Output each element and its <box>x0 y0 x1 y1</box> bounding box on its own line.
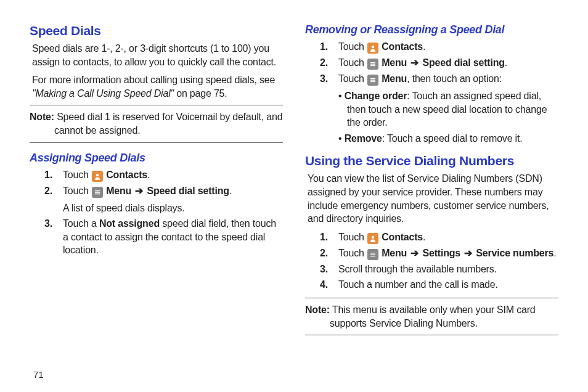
svg-rect-12 <box>370 253 375 253</box>
arrow-icon: ➔ <box>134 186 144 196</box>
text: . <box>423 41 425 52</box>
step-number: 2. <box>320 56 328 70</box>
text: . <box>229 186 232 196</box>
note-text: Note: This menu is available only when y… <box>305 303 558 330</box>
text: Touch <box>338 248 367 258</box>
svg-rect-6 <box>370 64 375 65</box>
text: Speed dial 1 is reserved for Voicemail b… <box>54 112 283 122</box>
contacts-label: Contacts <box>379 232 423 242</box>
step-number: 4. <box>320 278 328 292</box>
svg-rect-9 <box>370 80 375 81</box>
contacts-icon <box>92 171 103 182</box>
text: Touch <box>338 232 367 242</box>
step-number: 3. <box>320 72 328 86</box>
svg-rect-13 <box>370 254 375 255</box>
svg-rect-2 <box>95 192 100 192</box>
page-number: 71 <box>33 369 558 380</box>
arrow-icon: ➔ <box>409 248 420 258</box>
text: , then touch an option: <box>407 73 502 84</box>
note-label: Note: <box>30 112 54 122</box>
heading-removing: Removing or Reassigning a Speed Dial <box>305 23 558 36</box>
text: . <box>147 169 150 180</box>
menu-label: Menu <box>104 186 134 196</box>
menu-label: Menu <box>379 248 409 258</box>
menu-label: Menu <box>379 73 407 84</box>
step-number: 1. <box>44 168 52 182</box>
option-bullets: • Change order: Touch an assigned speed … <box>338 89 558 145</box>
menu-icon <box>92 187 103 198</box>
contacts-label: Contacts <box>379 41 423 52</box>
text: Touch <box>63 186 91 196</box>
step-1: 1. Touch Contacts. <box>320 231 558 244</box>
arrow-icon: ➔ <box>463 248 473 258</box>
content-columns: Speed Dials Speed dials are 1-, 2-, or 3… <box>30 23 558 359</box>
svg-rect-7 <box>370 65 375 66</box>
step-3: 3. Touch Menu, then touch an option: • C… <box>320 72 558 145</box>
heading-assigning: Assigning Speed Dials <box>30 152 283 165</box>
svg-point-11 <box>372 236 374 239</box>
step-3: 3. Scroll through the available numbers. <box>320 263 558 276</box>
bullet-label: Remove <box>345 133 382 144</box>
step-2: 2. Touch Menu ➔ Settings ➔ Service numbe… <box>320 247 558 260</box>
note-text: Note: Speed dial 1 is reserved for Voice… <box>30 110 283 137</box>
menu-icon <box>367 59 378 70</box>
svg-rect-14 <box>370 256 375 256</box>
note-label: Note: <box>305 304 330 315</box>
dest-label: Speed dial setting <box>144 186 229 196</box>
svg-point-0 <box>96 173 99 176</box>
step-number: 1. <box>320 40 328 54</box>
svg-rect-10 <box>370 81 375 82</box>
note-block-sdn: Note: This menu is available only when y… <box>305 298 558 335</box>
text: on page 75. <box>174 88 227 99</box>
text: : Touch a speed dial to remove it. <box>382 133 523 144</box>
contacts-icon <box>367 233 378 244</box>
heading-speed-dials: Speed Dials <box>30 23 283 38</box>
step-number: 2. <box>44 184 52 198</box>
step-2: 2. Touch Menu ➔ Speed dial setting. <box>320 56 558 70</box>
text: Touch a number and the call is made. <box>338 279 498 290</box>
svg-rect-8 <box>370 78 375 79</box>
menu-icon <box>367 75 378 86</box>
text: Touch <box>338 57 367 68</box>
text: For more information about calling using… <box>32 75 275 85</box>
bullet-label: Change order <box>345 91 407 101</box>
text: Touch <box>338 73 367 84</box>
step-1: 1. Touch Contacts. <box>44 168 283 182</box>
arrow-icon: ➔ <box>409 57 420 68</box>
svg-rect-3 <box>95 194 100 194</box>
dest-label: Speed dial setting <box>420 57 505 68</box>
service-numbers-label: Service numbers <box>473 248 553 258</box>
text: Touch <box>338 41 367 52</box>
contacts-label: Contacts <box>104 169 147 180</box>
step-2-sub: A list of speed dials displays. <box>63 202 283 215</box>
contacts-icon <box>367 43 378 54</box>
note-block: Note: Speed dial 1 is reserved for Voice… <box>30 105 283 142</box>
step-4: 4. Touch a number and the call is made. <box>320 278 558 292</box>
bullet-remove: • Remove: Touch a speed dial to remove i… <box>338 132 558 145</box>
steps-assigning: 1. Touch Contacts. 2. Touch Menu ➔ Speed… <box>30 168 283 257</box>
svg-point-4 <box>372 46 374 48</box>
step-3: 3. Touch a Not assigned speed dial field… <box>44 217 283 257</box>
ref-link-text: "Making a Call Using Speed Dial" <box>32 88 174 99</box>
note-cont: cannot be assigned. <box>30 124 283 137</box>
heading-sdn: Using the Service Dialing Numbers <box>305 153 558 168</box>
settings-label: Settings <box>420 248 463 258</box>
step-1: 1. Touch Contacts. <box>320 40 558 54</box>
steps-removing: 1. Touch Contacts. 2. Touch Menu ➔ Speed… <box>305 40 558 145</box>
right-column: Removing or Reassigning a Speed Dial 1. … <box>305 23 558 359</box>
step-number: 3. <box>44 217 52 231</box>
text: This menu is available only when your SI… <box>330 304 536 315</box>
note-cont: supports Service Dialing Numbers. <box>305 317 558 330</box>
svg-rect-5 <box>370 62 375 63</box>
step-number: 3. <box>320 263 328 276</box>
bullet-change-order: • Change order: Touch an assigned speed … <box>338 89 558 129</box>
text: Scroll through the available numbers. <box>338 264 497 274</box>
text: . <box>553 248 556 258</box>
not-assigned-label: Not assigned <box>99 218 160 229</box>
left-column: Speed Dials Speed dials are 1-, 2-, or 3… <box>30 23 283 359</box>
text: . <box>505 57 507 68</box>
step-number: 1. <box>320 231 328 244</box>
text: Touch a <box>63 218 99 229</box>
text: Touch <box>63 169 91 180</box>
svg-rect-1 <box>95 190 100 191</box>
